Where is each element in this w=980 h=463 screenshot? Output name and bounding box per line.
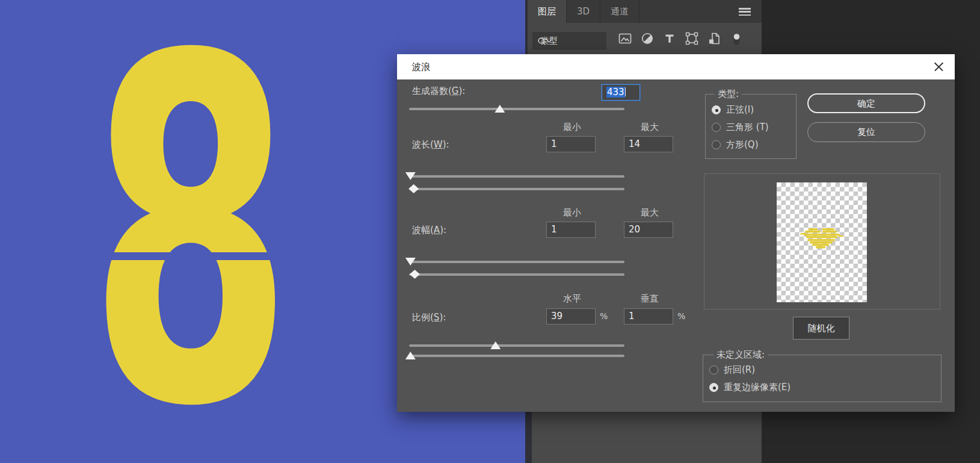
visibility-toggle-icon[interactable]	[729, 31, 744, 46]
scale-label: 比例(S):	[412, 312, 446, 323]
slider-track	[409, 261, 624, 263]
amplitude-min-slider[interactable]	[409, 258, 624, 266]
slider-track	[409, 273, 624, 276]
wavelength-min-header: 最小	[547, 122, 597, 133]
generators-label: 生成器数(G):	[412, 85, 465, 97]
type-option-triangle-label: 三角形 (T)	[726, 122, 769, 133]
scale-horizontal-unit: %	[600, 311, 608, 321]
wave-preview-blob	[800, 228, 843, 255]
image-layers-icon[interactable]	[618, 31, 632, 46]
type-option-square[interactable]: 方形(Q)	[706, 136, 796, 154]
canvas-digit-8: 8	[79, 0, 303, 463]
type-group-legend: 类型:	[715, 89, 742, 100]
amplitude-min-header: 最小	[547, 207, 597, 219]
dialog-title-bar[interactable]: 波浪	[397, 54, 955, 79]
slider-track	[409, 188, 624, 190]
amplitude-max-input[interactable]: 20	[624, 222, 673, 238]
reset-button[interactable]: 复位	[807, 122, 925, 142]
scale-horizontal-slider[interactable]	[409, 341, 624, 350]
shape-layers-icon[interactable]	[685, 31, 699, 46]
tab-channels[interactable]: 通道	[600, 0, 639, 23]
generators-input[interactable]: 433	[602, 84, 640, 101]
amplitude-label: 波幅(A):	[412, 225, 446, 236]
screen: 8 图层 3D 通道 类型	[0, 0, 980, 463]
wavelength-min-input[interactable]: 1	[546, 136, 596, 152]
slider-track	[409, 175, 624, 178]
wavelength-min-slider[interactable]	[409, 172, 624, 181]
dialog-body: 生成器数(G): 433 最小 最大 波长(W): 1 14	[397, 79, 955, 412]
layer-filter-row: 类型	[528, 23, 762, 54]
type-option-square-label: 方形(Q)	[726, 139, 759, 151]
adjustment-layers-icon[interactable]	[640, 31, 655, 46]
slider-track	[409, 108, 624, 110]
type-option-sine[interactable]: 正弦(I)	[706, 101, 796, 119]
wavelength-max-input[interactable]: 14	[624, 136, 673, 152]
panel-menu-icon[interactable]	[739, 8, 751, 16]
type-group: 类型: 正弦(I) 三角形 (T) 方形(Q)	[705, 89, 797, 159]
dialog-title: 波浪	[412, 54, 430, 79]
preview-transparency-checkerboard	[777, 182, 867, 302]
layer-filter-icons	[618, 31, 744, 46]
scale-vertical-unit: %	[677, 311, 685, 321]
amplitude-min-input[interactable]: 1	[546, 222, 596, 238]
digit-slice-gap	[84, 252, 300, 260]
radio-off-icon[interactable]	[712, 140, 721, 149]
preview-panel	[704, 173, 940, 309]
wavelength-label: 波长(W):	[412, 139, 449, 151]
scale-horizontal-header: 水平	[547, 293, 597, 305]
amplitude-max-header: 最大	[625, 207, 674, 219]
wave-dialog: 波浪 生成器数(G): 433 最小 最大 波长(W): 1 14	[397, 54, 955, 412]
undefined-areas-legend: 未定义区域:	[713, 349, 768, 361]
type-option-sine-label: 正弦(I)	[726, 104, 754, 116]
radio-on-icon[interactable]	[709, 383, 718, 392]
tab-3d[interactable]: 3D	[567, 0, 600, 23]
scale-vertical-input[interactable]: 1	[624, 308, 673, 325]
radio-off-icon[interactable]	[709, 365, 718, 374]
layers-panel-header: 图层 3D 通道 类型	[528, 0, 762, 54]
amplitude-max-thumb[interactable]	[410, 270, 420, 279]
wavelength-max-slider[interactable]	[409, 185, 624, 193]
radio-on-icon[interactable]	[712, 105, 721, 114]
scale-vertical-header: 垂直	[625, 293, 674, 305]
radio-off-icon[interactable]	[712, 123, 721, 132]
scale-horizontal-input[interactable]: 39	[546, 308, 596, 325]
undefined-areas-group: 未定义区域: 折回(R) 重复边缘像素(E)	[703, 349, 941, 402]
undefined-option-repeat-edge[interactable]: 重复边缘像素(E)	[703, 379, 941, 396]
panel-tab-bar: 图层 3D 通道	[528, 0, 762, 23]
amplitude-max-slider[interactable]	[409, 270, 624, 279]
undefined-option-repeat-edge-label: 重复边缘像素(E)	[724, 382, 790, 393]
slider-track	[409, 344, 624, 347]
scale-vertical-slider[interactable]	[409, 352, 624, 360]
wavelength-max-thumb[interactable]	[408, 184, 419, 193]
type-layers-icon[interactable]	[662, 31, 677, 46]
layer-filter-type-select[interactable]: 类型	[532, 32, 606, 50]
undefined-option-wrap-label: 折回(R)	[724, 364, 755, 376]
tab-layers[interactable]: 图层	[528, 0, 567, 23]
type-option-triangle[interactable]: 三角形 (T)	[706, 119, 796, 136]
layer-filter-label: 类型	[541, 36, 558, 46]
randomize-button[interactable]: 随机化	[793, 317, 849, 340]
generators-slider[interactable]	[409, 105, 624, 113]
slider-track	[409, 355, 624, 357]
close-icon[interactable]	[931, 59, 946, 75]
ok-button[interactable]: 确定	[807, 93, 925, 113]
smart-object-icon[interactable]	[707, 31, 721, 46]
undefined-option-wrap[interactable]: 折回(R)	[703, 361, 941, 379]
wavelength-max-header: 最大	[625, 122, 674, 133]
